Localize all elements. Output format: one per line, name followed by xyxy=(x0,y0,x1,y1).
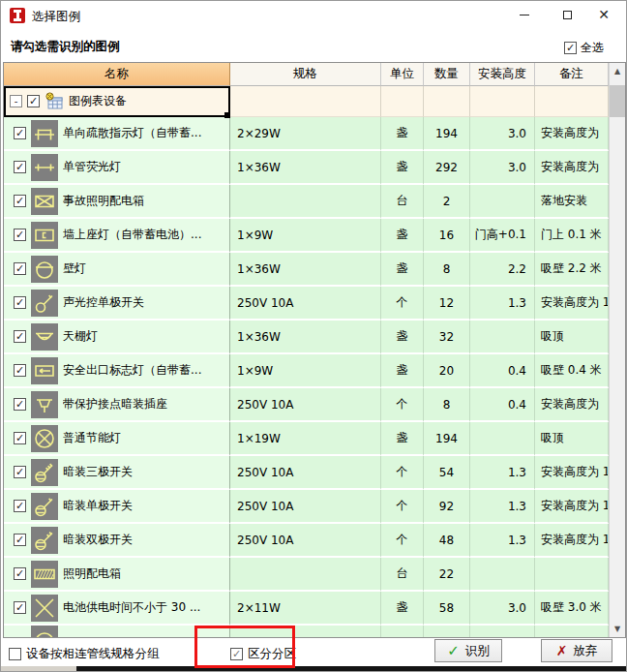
legend-symbol-icon xyxy=(31,188,58,215)
row-remark-cell: 吸顶 xyxy=(535,422,609,456)
bottom-edge-strip xyxy=(1,666,626,671)
row-unit-cell: 个 xyxy=(381,456,424,490)
select-all-checkbox[interactable]: 全选 xyxy=(564,40,604,56)
table-row[interactable]: 照明配电箱 台 22 xyxy=(4,558,609,592)
row-checkbox[interactable] xyxy=(14,195,26,207)
column-header-qty[interactable]: 数量 xyxy=(424,63,470,86)
row-checkbox[interactable] xyxy=(14,567,26,580)
close-button[interactable]: ✕ xyxy=(587,3,620,26)
table-row[interactable]: 单管荧光灯 1×36W 盏 292 3.0 安装高度为 xyxy=(4,151,609,185)
table-row[interactable]: 壁灯 1×36W 盏 8 2.2 吸壁 2.2 米 xyxy=(4,253,609,287)
row-checkbox[interactable] xyxy=(14,262,26,275)
row-spec-cell xyxy=(230,558,381,592)
row-remark-cell: 门上 0.1 米 xyxy=(535,219,609,253)
row-name-cell: 电池供电时间不小于 30 ... xyxy=(4,592,230,626)
row-spec-cell: 250V 10A xyxy=(230,490,381,524)
partition-checkbox-box[interactable] xyxy=(230,648,243,660)
vertical-scrollbar[interactable]: ▲ ▼ xyxy=(609,63,625,637)
row-checkbox[interactable] xyxy=(14,466,26,478)
maximize-button[interactable] xyxy=(551,3,583,26)
row-checkbox[interactable] xyxy=(14,161,26,173)
scrollbar-track[interactable] xyxy=(610,79,625,621)
row-spec-cell xyxy=(230,626,381,637)
row-unit-cell xyxy=(381,626,424,637)
row-checkbox[interactable] xyxy=(14,127,26,139)
row-name-label: 单管荧光灯 xyxy=(63,159,121,175)
row-checkbox[interactable] xyxy=(14,534,26,546)
scrollbar-thumb[interactable] xyxy=(610,85,625,117)
group-by-pipe-checkbox-box[interactable] xyxy=(9,648,21,660)
prompt-label: 请勾选需识别的图例 xyxy=(11,39,120,55)
table-row[interactable]: 墙上座灯（自带蓄电池）... 1×9W 盏 16 门高+0.1 门上 0.1 米 xyxy=(4,219,609,253)
row-checkbox[interactable] xyxy=(14,229,26,241)
row-qty-cell: 22 xyxy=(424,558,470,592)
row-name-label: 声光控单极开关 xyxy=(63,294,144,311)
minimize-button[interactable] xyxy=(508,3,541,26)
select-all-checkbox-box[interactable] xyxy=(564,42,577,54)
row-remark-cell: 吸壁 3.0 米 xyxy=(535,592,609,626)
partition-checkbox[interactable]: 区分分区 xyxy=(230,646,296,662)
table-row[interactable]: 电池供电时间不小于 30 ... 2×11W 盏 58 3.0 吸壁 3.0 米 xyxy=(4,592,609,626)
table-row[interactable]: 天棚灯 1×36W 盏 32 吸顶 xyxy=(4,321,609,354)
row-height-cell xyxy=(470,422,535,456)
table-row[interactable]: 带保护接点暗装插座 250V 10A 个 8 0.4 安装高度为 xyxy=(4,388,609,422)
row-height-cell: 2.2 xyxy=(470,253,535,287)
row-unit-cell: 盏 xyxy=(381,117,424,151)
row-checkbox[interactable] xyxy=(14,364,26,377)
table-row[interactable]: 暗装双极开关 250V 10A 个 48 1.3 安装高度为 1 xyxy=(4,524,609,558)
column-header-spec[interactable]: 规格 xyxy=(230,63,381,86)
row-name-cell: 壁灯 xyxy=(4,253,230,287)
table-row[interactable]: 事故照明配电箱 台 2 落地安装 xyxy=(4,185,609,219)
row-name-cell: 事故照明配电箱 xyxy=(4,185,230,219)
column-header-height[interactable]: 安装高度 xyxy=(470,63,535,86)
group-by-pipe-checkbox[interactable]: 设备按相连管线规格分组 xyxy=(9,646,160,662)
table-row[interactable]: 暗装三极开关 250V 10A 个 54 1.3 安装高度为 1 xyxy=(4,456,609,490)
row-qty-cell: 16 xyxy=(424,219,470,253)
row-height-cell: 3.0 xyxy=(470,592,535,626)
row-spec-cell: 2×11W xyxy=(230,592,381,626)
legend-symbol-icon xyxy=(31,493,58,520)
column-header-unit[interactable]: 单位 xyxy=(381,63,424,86)
window-title: 选择图例 xyxy=(32,9,80,25)
legend-symbol-icon xyxy=(31,256,58,283)
group-checkbox[interactable] xyxy=(27,95,40,107)
row-remark-cell: 安装高度为 xyxy=(535,151,609,185)
row-checkbox[interactable] xyxy=(14,500,26,512)
row-checkbox[interactable] xyxy=(14,330,26,343)
row-qty-cell: 20 xyxy=(424,354,470,388)
table-row[interactable]: 声光控单极开关 250V 10A 个 12 1.3 安装高度为 1 xyxy=(4,287,609,321)
row-checkbox[interactable] xyxy=(14,601,26,614)
table-header-row: 名称 规格 单位 数量 安装高度 备注 xyxy=(4,63,609,86)
row-unit-cell: 盏 xyxy=(381,219,424,253)
group-row-legend-equipment[interactable]: - 图例表设备 xyxy=(4,86,609,117)
recognize-button[interactable]: ✓ 识别 xyxy=(434,639,502,662)
row-height-cell: 1.3 xyxy=(470,490,535,524)
row-height-cell: 1.3 xyxy=(470,287,535,321)
abandon-button[interactable]: ✗ 放弃 xyxy=(541,639,612,662)
table-row[interactable]: 普通节能灯 1×19W 盏 194 吸顶 xyxy=(4,422,609,456)
row-checkbox[interactable] xyxy=(14,432,26,444)
table-row[interactable] xyxy=(4,626,609,637)
scroll-down-icon[interactable]: ▼ xyxy=(610,621,625,637)
selection-handle[interactable] xyxy=(224,112,230,118)
row-checkbox[interactable] xyxy=(14,398,26,411)
table-row[interactable]: 暗装单极开关 250V 10A 个 92 1.3 安装高度为 1 xyxy=(4,490,609,524)
row-name-label: 暗装双极开关 xyxy=(63,532,133,548)
column-header-name[interactable]: 名称 xyxy=(4,63,230,86)
legend-symbol-icon xyxy=(31,120,58,147)
row-name-label: 墙上座灯（自带蓄电池）... xyxy=(63,227,201,243)
table-row[interactable]: 安全出口标志灯（自带蓄... 1×9W 盏 20 0.4 吸壁 0.4 米 xyxy=(4,354,609,388)
table-row[interactable]: 单向疏散指示灯（自带蓄... 2×29W 盏 194 3.0 安装高度为 xyxy=(4,117,609,151)
row-checkbox[interactable] xyxy=(14,296,26,309)
legend-symbol-icon xyxy=(31,626,58,637)
row-name-label: 电池供电时间不小于 30 ... xyxy=(63,599,200,616)
column-header-remark[interactable]: 备注 xyxy=(535,63,609,86)
collapse-toggle-icon[interactable]: - xyxy=(10,95,22,107)
scroll-up-icon[interactable]: ▲ xyxy=(610,63,625,79)
row-name-cell xyxy=(4,626,230,637)
group-row-name-cell[interactable]: - 图例表设备 xyxy=(4,86,230,117)
row-unit-cell: 个 xyxy=(381,524,424,558)
legend-symbol-icon xyxy=(31,357,58,384)
legend-symbol-icon xyxy=(31,290,58,317)
row-remark-cell: 安装高度为 1 xyxy=(535,287,609,321)
